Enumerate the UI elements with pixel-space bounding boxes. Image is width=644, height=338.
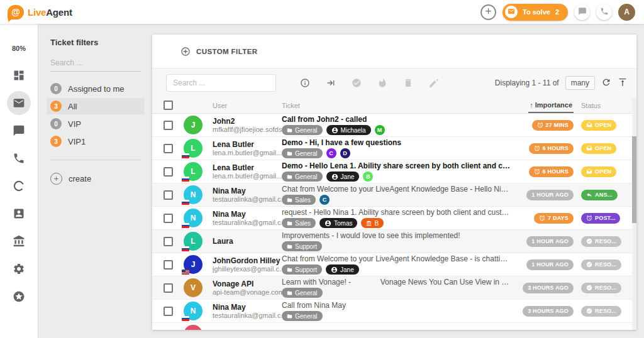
table-row[interactable]: LLauraImprovements - I would love to see… (152, 230, 636, 253)
spam-button[interactable] (377, 78, 387, 88)
sidebar-item-dashboard[interactable] (7, 67, 31, 83)
table-row[interactable]: NNina Maytestauralinka@gmail.c...Call fr… (152, 300, 636, 323)
table-row[interactable]: JJohn2mfkaflf@jfioejioe.sofdsCall from J… (152, 114, 636, 137)
status-badge[interactable]: OPEN (581, 166, 616, 177)
chats-button[interactable] (574, 4, 590, 20)
table-row[interactable]: NNina Maytestauralinka@gmail.c...Chat fr… (152, 183, 636, 207)
status-badge[interactable]: RESO... (581, 306, 621, 317)
contact-name: Vonage API (213, 280, 282, 288)
row-checkbox[interactable] (164, 283, 173, 293)
scroll-to-top-button[interactable] (618, 77, 628, 89)
ticket-title[interactable]: Call from Nina May (282, 301, 511, 310)
user-avatar[interactable]: A (618, 4, 635, 21)
ticket-title[interactable]: Chat from Welcome to your LiveAgent Know… (282, 185, 511, 194)
ticket-title[interactable]: Demo - Hi, I have a few questions (282, 138, 511, 147)
filter-item-assigned-to-me[interactable]: 0Assigned to me (47, 80, 145, 97)
department-tag[interactable]: Support (282, 241, 322, 251)
gamification-percent: 80% (12, 45, 26, 52)
transfer-button[interactable] (326, 78, 336, 88)
calls-button[interactable] (596, 4, 612, 20)
department-tag[interactable]: Sales (282, 195, 316, 205)
page-size-selector[interactable]: many (565, 76, 595, 90)
ticket-title[interactable]: Learn with Vonage! - Vonage News You Can… (282, 278, 511, 286)
sidebar-item-contacts[interactable] (7, 205, 31, 221)
department-tag[interactable]: General (282, 172, 323, 182)
filter-item-all[interactable]: 3All (47, 98, 145, 114)
tag-badge[interactable]: D (340, 148, 350, 158)
sidebar-item-settings[interactable] (7, 261, 31, 276)
status-badge[interactable]: RESO... (581, 259, 621, 270)
status-badge[interactable]: POST... (581, 213, 620, 224)
agent-tag[interactable]: Jane (326, 172, 360, 182)
table-row[interactable]: LLena Butlerlena.m.butler@gmail....Demo … (152, 137, 636, 160)
refresh-button[interactable] (601, 77, 611, 89)
select-all-checkbox[interactable] (164, 101, 173, 110)
agent-tag[interactable]: Jane (326, 264, 359, 275)
filter-item-vip[interactable]: 0VIP (47, 116, 145, 132)
table-row[interactable]: VVonage APIapi-team@vonage.comLearn with… (152, 276, 636, 300)
agent-tag[interactable]: Michaela (326, 125, 371, 135)
add-button[interactable] (480, 4, 496, 20)
sidebar-item-gamification[interactable] (7, 288, 31, 304)
row-checkbox[interactable] (164, 237, 173, 246)
resolve-button[interactable] (352, 78, 362, 88)
department-tag[interactable]: Support (282, 264, 322, 275)
status-badge[interactable]: ANS... (581, 190, 618, 200)
table-row-partial[interactable] (152, 323, 636, 330)
actions-button[interactable] (429, 78, 439, 88)
tag-badge[interactable]: M (375, 125, 385, 135)
tag-badge[interactable]: C (319, 195, 330, 205)
sla-tag[interactable]: B (361, 218, 384, 228)
to-solve-button[interactable]: To solve 2 (502, 4, 568, 21)
filter-item-vip1[interactable]: 3VIP1 (47, 133, 145, 150)
delete-button[interactable] (403, 78, 413, 88)
row-checkbox[interactable] (164, 167, 173, 177)
column-status[interactable]: Status (581, 102, 628, 109)
department-tag[interactable]: General (282, 148, 323, 158)
status-badge[interactable]: OPEN (581, 143, 616, 154)
custom-filter-button[interactable]: CUSTOM FILTER (196, 48, 257, 55)
status-badge[interactable]: RESO... (581, 283, 621, 293)
row-checkbox[interactable] (164, 121, 173, 130)
status-badge[interactable]: OPEN (581, 120, 616, 131)
table-row[interactable]: JJohnGordon Hilleyjghilleytexas@gmail.c.… (152, 253, 636, 276)
contact-name: Nina May (213, 187, 282, 195)
sidebar-item-reports[interactable] (7, 178, 31, 194)
row-checkbox[interactable] (164, 214, 173, 223)
sidebar-item-academy[interactable] (7, 233, 31, 249)
column-user[interactable]: User (213, 102, 282, 109)
department-tag[interactable]: General (282, 125, 323, 135)
ticket-title[interactable]: Improvements - I would love to see this … (282, 231, 511, 240)
table-row[interactable]: NNina Maytestauralinka@gmail.c...request… (152, 207, 636, 230)
sidebar-item-calls[interactable] (7, 150, 31, 166)
status-badge[interactable]: RESO... (581, 236, 621, 247)
row-checkbox[interactable] (164, 307, 173, 316)
info-button[interactable] (300, 78, 310, 88)
create-filter-button[interactable]: create (50, 173, 141, 185)
app-logo[interactable]: @ LiveAgent (8, 5, 72, 19)
ticket-title[interactable]: request - Hello Nina 1. Ability share sc… (282, 208, 511, 217)
agent-tag[interactable]: Tomas (319, 218, 357, 228)
row-checkbox[interactable] (164, 260, 173, 270)
department-tag[interactable]: General (282, 288, 323, 298)
row-checkbox[interactable] (164, 330, 173, 330)
sidebar-item-chats[interactable] (7, 123, 31, 138)
ticket-title[interactable]: Demo - Hello Lena 1. Ability share scree… (282, 161, 511, 170)
ticket-title[interactable]: Chat from Welcome to your LiveAgent Know… (282, 254, 511, 263)
column-importance[interactable]: ↑Importance (528, 98, 574, 113)
department-tag[interactable]: General (282, 311, 323, 321)
row-checkbox[interactable] (164, 190, 173, 200)
sidebar-item-tickets[interactable] (7, 95, 31, 111)
vertical-scrollbar[interactable] (632, 97, 636, 330)
department-tag[interactable]: Sales (282, 218, 316, 228)
ticket-title[interactable]: Call from John2 - called (282, 115, 511, 124)
ticket-search-input[interactable] (166, 74, 276, 92)
row-checkbox[interactable] (164, 144, 173, 153)
column-ticket[interactable]: Ticket (282, 102, 514, 109)
table-row[interactable]: LLena Butlerlena.m.butler@gmail....Demo … (152, 160, 636, 183)
filters-search-input[interactable] (50, 56, 141, 72)
status-label: RESO... (595, 238, 616, 244)
tag-badge[interactable]: C (326, 148, 336, 158)
scrollbar-thumb[interactable] (632, 136, 636, 223)
tag-badge[interactable]: B (363, 172, 373, 182)
